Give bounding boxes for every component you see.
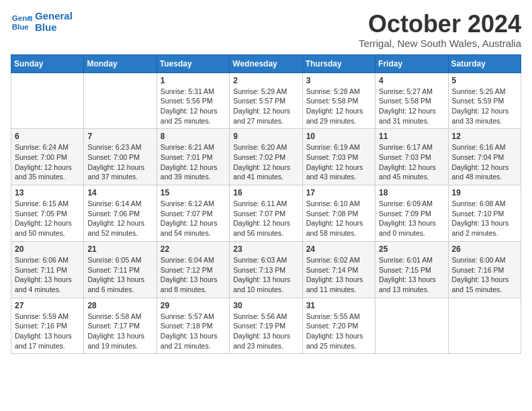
calendar-cell: 26Sunrise: 6:00 AM Sunset: 7:16 PM Dayli… <box>448 241 521 298</box>
calendar-cell: 25Sunrise: 6:01 AM Sunset: 7:15 PM Dayli… <box>375 241 448 298</box>
day-number: 31 <box>306 301 371 310</box>
day-info: Sunrise: 6:14 AM Sunset: 7:06 PM Dayligh… <box>87 199 152 238</box>
day-number: 10 <box>306 132 371 141</box>
day-info: Sunrise: 5:29 AM Sunset: 5:57 PM Dayligh… <box>233 87 298 126</box>
header-cell-thursday: Thursday <box>302 54 375 73</box>
header-cell-sunday: Sunday <box>11 54 84 73</box>
day-number: 25 <box>379 244 444 254</box>
day-number: 12 <box>452 132 517 141</box>
calendar-cell: 6Sunrise: 6:24 AM Sunset: 7:00 PM Daylig… <box>11 129 84 185</box>
calendar-cell: 7Sunrise: 6:23 AM Sunset: 7:00 PM Daylig… <box>84 129 157 185</box>
calendar-cell: 27Sunrise: 5:59 AM Sunset: 7:16 PM Dayli… <box>11 298 84 354</box>
day-info: Sunrise: 6:17 AM Sunset: 7:03 PM Dayligh… <box>379 142 444 182</box>
calendar-cell: 23Sunrise: 6:03 AM Sunset: 7:13 PM Dayli… <box>230 241 302 298</box>
day-number: 9 <box>233 132 298 141</box>
day-info: Sunrise: 6:21 AM Sunset: 7:01 PM Dayligh… <box>161 142 226 182</box>
day-number: 30 <box>233 301 298 310</box>
day-info: Sunrise: 6:12 AM Sunset: 7:07 PM Dayligh… <box>161 199 226 238</box>
day-info: Sunrise: 6:09 AM Sunset: 7:09 PM Dayligh… <box>379 199 444 238</box>
day-info: Sunrise: 6:10 AM Sunset: 7:08 PM Dayligh… <box>306 199 371 238</box>
calendar-cell <box>375 298 448 354</box>
day-info: Sunrise: 6:05 AM Sunset: 7:11 PM Dayligh… <box>87 255 152 295</box>
day-info: Sunrise: 5:56 AM Sunset: 7:19 PM Dayligh… <box>233 312 298 351</box>
header-cell-saturday: Saturday <box>448 54 521 73</box>
day-number: 26 <box>452 244 517 254</box>
calendar-cell: 18Sunrise: 6:09 AM Sunset: 7:09 PM Dayli… <box>375 185 448 242</box>
day-info: Sunrise: 6:11 AM Sunset: 7:07 PM Dayligh… <box>233 199 298 238</box>
day-info: Sunrise: 5:55 AM Sunset: 7:20 PM Dayligh… <box>306 312 371 351</box>
day-info: Sunrise: 5:25 AM Sunset: 5:59 PM Dayligh… <box>452 87 517 126</box>
header-row: SundayMondayTuesdayWednesdayThursdayFrid… <box>11 54 521 73</box>
calendar-cell: 3Sunrise: 5:28 AM Sunset: 5:58 PM Daylig… <box>302 73 375 129</box>
day-number: 20 <box>15 244 80 254</box>
header-cell-tuesday: Tuesday <box>157 54 229 73</box>
calendar-cell: 29Sunrise: 5:57 AM Sunset: 7:18 PM Dayli… <box>157 298 229 354</box>
header-cell-monday: Monday <box>84 54 157 73</box>
day-number: 2 <box>233 76 298 85</box>
day-number: 24 <box>306 244 371 254</box>
calendar-cell: 21Sunrise: 6:05 AM Sunset: 7:11 PM Dayli… <box>84 241 157 298</box>
calendar-cell: 30Sunrise: 5:56 AM Sunset: 7:19 PM Dayli… <box>230 298 302 354</box>
day-number: 5 <box>452 76 517 85</box>
day-number: 19 <box>452 188 517 197</box>
day-number: 4 <box>379 76 444 85</box>
svg-text:Blue: Blue <box>12 22 30 30</box>
day-info: Sunrise: 6:15 AM Sunset: 7:05 PM Dayligh… <box>15 199 80 238</box>
calendar-header: SundayMondayTuesdayWednesdayThursdayFrid… <box>11 54 521 73</box>
day-info: Sunrise: 5:28 AM Sunset: 5:58 PM Dayligh… <box>306 87 371 126</box>
day-number: 18 <box>379 188 444 197</box>
calendar-cell: 20Sunrise: 6:06 AM Sunset: 7:11 PM Dayli… <box>11 241 84 298</box>
calendar-body: 1Sunrise: 5:31 AM Sunset: 5:56 PM Daylig… <box>11 73 521 354</box>
calendar-week-3: 13Sunrise: 6:15 AM Sunset: 7:05 PM Dayli… <box>11 185 521 242</box>
calendar-cell: 12Sunrise: 6:16 AM Sunset: 7:04 PM Dayli… <box>448 129 521 185</box>
calendar-week-1: 1Sunrise: 5:31 AM Sunset: 5:56 PM Daylig… <box>11 73 521 129</box>
logo: General Blue General Blue <box>11 11 73 33</box>
day-info: Sunrise: 5:27 AM Sunset: 5:58 PM Dayligh… <box>379 87 444 126</box>
day-number: 7 <box>87 132 152 141</box>
calendar-cell: 19Sunrise: 6:08 AM Sunset: 7:10 PM Dayli… <box>448 185 521 242</box>
calendar-week-4: 20Sunrise: 6:06 AM Sunset: 7:11 PM Dayli… <box>11 241 521 298</box>
calendar-cell <box>84 73 157 129</box>
calendar-cell: 15Sunrise: 6:12 AM Sunset: 7:07 PM Dayli… <box>157 185 229 242</box>
calendar-cell: 1Sunrise: 5:31 AM Sunset: 5:56 PM Daylig… <box>157 73 229 129</box>
day-info: Sunrise: 6:20 AM Sunset: 7:02 PM Dayligh… <box>233 142 298 182</box>
calendar-cell: 28Sunrise: 5:58 AM Sunset: 7:17 PM Dayli… <box>84 298 157 354</box>
calendar-table: SundayMondayTuesdayWednesdayThursdayFrid… <box>11 54 521 355</box>
day-number: 29 <box>161 301 226 310</box>
title-area: October 2024 Terrigal, New South Wales, … <box>359 11 521 49</box>
calendar-cell: 2Sunrise: 5:29 AM Sunset: 5:57 PM Daylig… <box>230 73 302 129</box>
logo-blue: Blue <box>35 22 73 34</box>
calendar-cell: 9Sunrise: 6:20 AM Sunset: 7:02 PM Daylig… <box>230 129 302 185</box>
calendar-cell: 5Sunrise: 5:25 AM Sunset: 5:59 PM Daylig… <box>448 73 521 129</box>
subtitle: Terrigal, New South Wales, Australia <box>359 38 521 49</box>
day-info: Sunrise: 6:16 AM Sunset: 7:04 PM Dayligh… <box>452 142 517 182</box>
day-number: 13 <box>15 188 80 197</box>
day-info: Sunrise: 6:08 AM Sunset: 7:10 PM Dayligh… <box>452 199 517 238</box>
day-number: 22 <box>161 244 226 254</box>
day-number: 28 <box>87 301 152 310</box>
day-number: 16 <box>233 188 298 197</box>
calendar-cell <box>448 298 521 354</box>
logo-icon: General Blue <box>11 11 32 33</box>
calendar-cell: 31Sunrise: 5:55 AM Sunset: 7:20 PM Dayli… <box>302 298 375 354</box>
day-number: 15 <box>161 188 226 197</box>
day-number: 21 <box>87 244 152 254</box>
calendar-cell: 24Sunrise: 6:02 AM Sunset: 7:14 PM Dayli… <box>302 241 375 298</box>
day-number: 3 <box>306 76 371 85</box>
day-info: Sunrise: 5:59 AM Sunset: 7:16 PM Dayligh… <box>15 312 80 351</box>
day-number: 6 <box>15 132 80 141</box>
day-info: Sunrise: 6:23 AM Sunset: 7:00 PM Dayligh… <box>87 142 152 182</box>
day-info: Sunrise: 5:57 AM Sunset: 7:18 PM Dayligh… <box>161 312 226 351</box>
header-cell-wednesday: Wednesday <box>230 54 302 73</box>
calendar-cell: 17Sunrise: 6:10 AM Sunset: 7:08 PM Dayli… <box>302 185 375 242</box>
day-info: Sunrise: 6:01 AM Sunset: 7:15 PM Dayligh… <box>379 255 444 295</box>
calendar-cell: 16Sunrise: 6:11 AM Sunset: 7:07 PM Dayli… <box>230 185 302 242</box>
main-title: October 2024 <box>359 11 521 38</box>
day-number: 8 <box>161 132 226 141</box>
calendar-week-2: 6Sunrise: 6:24 AM Sunset: 7:00 PM Daylig… <box>11 129 521 185</box>
calendar-cell: 10Sunrise: 6:19 AM Sunset: 7:03 PM Dayli… <box>302 129 375 185</box>
day-number: 23 <box>233 244 298 254</box>
day-number: 17 <box>306 188 371 197</box>
calendar-cell: 4Sunrise: 5:27 AM Sunset: 5:58 PM Daylig… <box>375 73 448 129</box>
calendar-cell: 14Sunrise: 6:14 AM Sunset: 7:06 PM Dayli… <box>84 185 157 242</box>
